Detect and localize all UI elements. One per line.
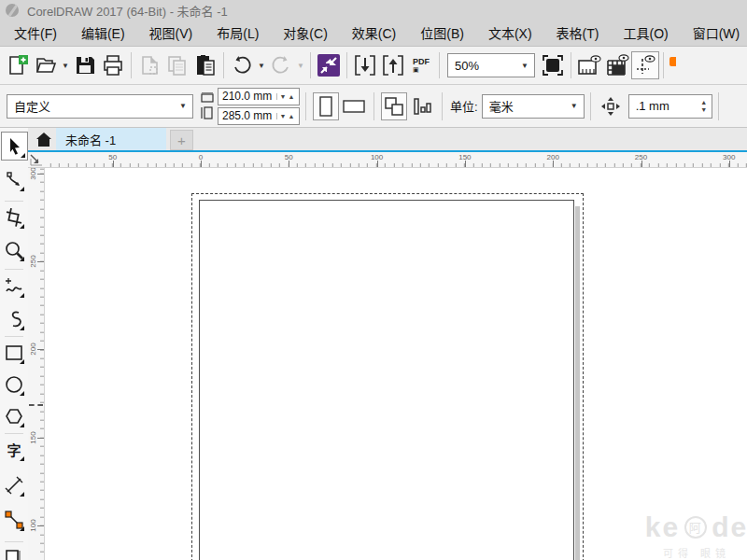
undo-dropdown-arrow[interactable]: ▼ (256, 62, 267, 70)
horizontal-ruler[interactable]: 50050100150200250300 (28, 152, 747, 168)
undo-icon[interactable] (228, 51, 256, 79)
nudge-offset-icon (600, 96, 621, 117)
pick-tool[interactable] (1, 132, 28, 161)
watermark-left: ke (645, 511, 680, 543)
shape-tool[interactable] (2, 167, 26, 193)
current-page-icon (412, 96, 432, 117)
landscape-button[interactable] (341, 92, 367, 120)
connector-tool[interactable] (2, 507, 26, 533)
show-guidelines-icon[interactable] (631, 51, 659, 79)
menu-item[interactable]: 表格(T) (544, 21, 612, 47)
portrait-button[interactable] (313, 92, 339, 120)
import-icon[interactable] (351, 51, 379, 79)
menu-item[interactable]: 工具(O) (611, 21, 680, 47)
toolbox: 字 (0, 128, 28, 560)
artistic-media-tool[interactable] (2, 306, 26, 332)
publish-pdf-icon[interactable]: PDF▣ (407, 51, 435, 79)
nudge-offset-button (598, 92, 624, 120)
menu-item[interactable]: 文件(F) (2, 21, 69, 47)
open-icon[interactable] (32, 51, 60, 79)
menu-item[interactable]: 文本(X) (476, 21, 544, 47)
page-width-field[interactable]: 210.0 mm ▼▲ (218, 88, 300, 105)
zoom-levels-dropdown[interactable]: 50% ▼ (447, 53, 535, 77)
menu-item[interactable]: 视图(V) (137, 21, 205, 47)
launcher-icon[interactable] (315, 51, 343, 79)
freehand-tool[interactable] (2, 273, 26, 300)
crop-tool[interactable] (2, 204, 26, 231)
document-tab[interactable]: 未命名 -1 (56, 128, 166, 150)
vruler-label: 100 (29, 519, 37, 531)
zoom-dropdown-arrow[interactable]: ▼ (515, 62, 534, 70)
plus-icon: + (177, 133, 186, 148)
redo-icon (267, 51, 295, 79)
watermark-circle: 阿 (684, 516, 707, 539)
drop-shadow-tool[interactable] (2, 544, 26, 560)
print-icon[interactable] (99, 51, 127, 79)
preset-dropdown-arrow[interactable]: ▼ (174, 102, 192, 110)
text-tool[interactable]: 字 (2, 437, 26, 463)
rectangle-tool[interactable] (2, 340, 26, 366)
full-screen-preview-icon[interactable] (539, 51, 567, 79)
units-label: 单位: (450, 97, 478, 115)
save-icon[interactable] (71, 51, 99, 79)
all-pages-button[interactable] (381, 92, 407, 120)
vruler-label: 250 (29, 255, 37, 267)
polygon-tool[interactable] (2, 403, 26, 429)
page-height-icon (201, 106, 214, 119)
watermark-subtext: 可得 眼镜 (616, 545, 747, 560)
vruler-ticks (40, 168, 44, 560)
ellipse-tool[interactable] (2, 371, 26, 398)
current-page-button[interactable] (409, 92, 435, 120)
show-grid-icon[interactable] (603, 51, 631, 79)
page-size-preset-dropdown[interactable]: 自定义 ▼ (7, 94, 193, 119)
menu-item[interactable]: 编辑(E) (69, 21, 137, 47)
nudge-spinner[interactable]: ▲▼ (697, 99, 712, 114)
paste-icon[interactable] (191, 51, 219, 79)
new-document-icon[interactable] (4, 51, 32, 79)
drawing-page[interactable] (199, 200, 574, 560)
vruler-label: 200 (29, 343, 37, 356)
snap-to-icon[interactable] (668, 51, 676, 79)
drawing-canvas[interactable]: ke 阿 de 可得 眼镜 (45, 168, 747, 560)
all-pages-icon (384, 96, 404, 117)
show-rulers-icon[interactable] (575, 51, 603, 79)
dimension-tool[interactable] (2, 472, 26, 498)
menu-item[interactable]: 对象(C) (271, 21, 339, 47)
watermark: ke 阿 de 可得 眼镜 (616, 511, 747, 560)
menu-item[interactable]: 布局(L) (204, 21, 271, 47)
document-tab-label: 未命名 -1 (65, 131, 116, 148)
watermark-right: de (712, 511, 747, 543)
open-dropdown-arrow[interactable]: ▼ (60, 62, 71, 70)
units-dropdown-arrow[interactable]: ▼ (565, 102, 584, 110)
document-tab-bar: 未命名 -1 + (28, 128, 747, 152)
coreldraw-window: CorelDRAW 2017 (64-Bit) - 未命名 -1 文件(F)编辑… (0, 0, 747, 560)
cut-icon (135, 51, 163, 79)
units-dropdown[interactable]: 毫米 ▼ (482, 94, 585, 119)
menu-item[interactable]: 窗口(W) (681, 21, 747, 47)
new-tab-button[interactable]: + (170, 130, 193, 150)
nudge-distance-field[interactable]: .1 mm ▲▼ (628, 94, 712, 119)
page-height-field[interactable]: 285.0 mm ▼▲ (218, 107, 300, 125)
menu-bar: 文件(F)编辑(E)视图(V)布局(L)对象(C)效果(C)位图(B)文本(X)… (0, 21, 747, 47)
property-bar: 自定义 ▼ 210.0 mm ▼▲ 285.0 mm ▼▲ (0, 85, 747, 128)
height-spinner[interactable]: ▼▲ (276, 113, 299, 119)
vertical-ruler[interactable]: 300250200150100 (28, 168, 45, 560)
ruler-origin-icon[interactable] (30, 154, 43, 166)
vruler-label: 300 (29, 168, 37, 179)
export-icon[interactable] (379, 51, 407, 79)
welcome-home-button[interactable] (32, 129, 56, 150)
title-bar: CorelDRAW 2017 (64-Bit) - 未命名 -1 (0, 0, 747, 21)
ruler-guideline-marker (29, 404, 43, 406)
copy-icon (163, 51, 191, 79)
width-spinner[interactable]: ▼▲ (276, 93, 299, 100)
menu-item[interactable]: 位图(B) (408, 21, 476, 47)
window-title: CorelDRAW 2017 (64-Bit) - 未命名 -1 (27, 2, 228, 20)
page-shadow (575, 206, 580, 560)
menu-item[interactable]: 效果(C) (340, 21, 408, 47)
page-dimension-icons (201, 92, 214, 119)
zoom-tool[interactable] (2, 237, 26, 263)
portrait-icon (318, 96, 333, 117)
zoom-level-value: 50% (448, 59, 515, 73)
landscape-icon (343, 99, 365, 114)
standard-toolbar: ▼ ▼ ▼ (0, 47, 747, 85)
